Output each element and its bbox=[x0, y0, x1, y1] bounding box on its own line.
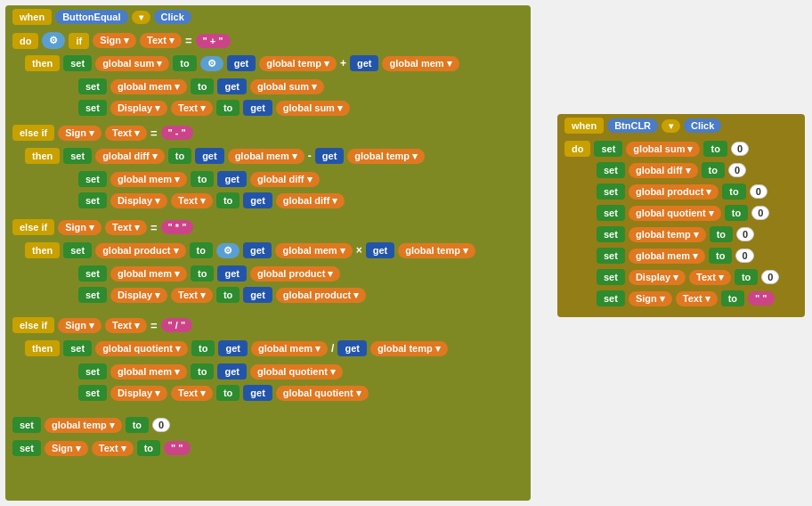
global-product-var-2[interactable]: global product ▾ bbox=[250, 266, 340, 282]
global-sum-var-2[interactable]: global sum ▾ bbox=[250, 79, 324, 94]
global-mem-var-5[interactable]: global mem ▾ bbox=[275, 243, 352, 258]
then-row-12: set Display ▾ Text ▾ to get global quoti… bbox=[78, 385, 369, 401]
click-label-side[interactable]: Click bbox=[684, 118, 721, 133]
sign-var-4[interactable]: Sign ▾ bbox=[58, 318, 102, 333]
get-kw-11: get bbox=[217, 265, 247, 282]
minus-op-1: - bbox=[308, 150, 312, 162]
set-kw-s8: set bbox=[597, 290, 625, 306]
then-row-6: set Display ▾ Text ▾ to get global diff … bbox=[78, 192, 345, 208]
sign-var-2[interactable]: Sign ▾ bbox=[58, 126, 102, 141]
text-prop-s2[interactable]: Text ▾ bbox=[676, 291, 718, 306]
global-quotient-var-2[interactable]: global quotient ▾ bbox=[250, 364, 343, 380]
when-label-side: when bbox=[564, 118, 604, 134]
display-var-3[interactable]: Display ▾ bbox=[110, 288, 167, 303]
global-mem-var-1[interactable]: global mem ▾ bbox=[382, 56, 459, 71]
global-product-var-1[interactable]: global product ▾ bbox=[95, 243, 185, 258]
global-quotient-var-s1[interactable]: global quotient ▾ bbox=[629, 206, 721, 221]
display-var-1[interactable]: Display ▾ bbox=[110, 101, 167, 116]
times-val-1[interactable]: " * " bbox=[161, 220, 194, 234]
global-temp-var-5[interactable]: global temp ▾ bbox=[45, 418, 122, 433]
text-prop-6[interactable]: Text ▾ bbox=[171, 288, 213, 303]
global-diff-var-s1[interactable]: global diff ▾ bbox=[629, 163, 698, 178]
text-prop-2[interactable]: Text ▾ bbox=[171, 101, 213, 116]
global-mem-var-s1[interactable]: global mem ▾ bbox=[629, 249, 705, 264]
to-kw-s6: to bbox=[709, 248, 732, 264]
to-kw-s7: to bbox=[735, 269, 758, 285]
global-mem-var-6[interactable]: global mem ▾ bbox=[110, 266, 187, 282]
eq-3: = bbox=[150, 221, 158, 234]
plus-val-1[interactable]: " + " bbox=[196, 34, 231, 48]
global-mem-var-8[interactable]: global mem ▾ bbox=[110, 364, 187, 380]
text-prop-9[interactable]: Text ▾ bbox=[92, 441, 134, 456]
global-temp-var-s1[interactable]: global temp ▾ bbox=[629, 227, 706, 242]
button-equal-pill[interactable]: ButtonEqual bbox=[55, 10, 127, 24]
sign-var-s1[interactable]: Sign ▾ bbox=[629, 291, 672, 306]
empty-string-val-s[interactable]: " " bbox=[748, 291, 775, 306]
global-mem-var-2[interactable]: global mem ▾ bbox=[110, 79, 187, 94]
sign-var-5[interactable]: Sign ▾ bbox=[45, 441, 88, 456]
event-hat-side: when BtnCLR ▾ Click bbox=[564, 118, 721, 134]
display-var-4[interactable]: Display ▾ bbox=[110, 386, 167, 401]
sign-var-1[interactable]: Sign ▾ bbox=[93, 33, 136, 48]
set-kw-s1: set bbox=[594, 141, 622, 157]
text-prop-3[interactable]: Text ▾ bbox=[105, 126, 147, 141]
else-if-row-2: else if Sign ▾ Text ▾ = " * " bbox=[12, 219, 193, 235]
set-kw-s3: set bbox=[597, 184, 625, 200]
gear-2: ⚙ bbox=[200, 56, 223, 71]
get-kw-7: get bbox=[217, 171, 247, 187]
global-product-var-3[interactable]: global product ▾ bbox=[276, 288, 366, 303]
btn-clr-pill[interactable]: BtnCLR bbox=[607, 118, 658, 133]
gear-icon-block: ⚙ bbox=[42, 32, 65, 49]
set-kw-11: set bbox=[78, 363, 107, 380]
zero-val-s7[interactable]: 0 bbox=[761, 270, 779, 284]
zero-val-1[interactable]: 0 bbox=[152, 418, 170, 432]
divide-val-1[interactable]: " / " bbox=[161, 318, 193, 332]
to-kw-s5: to bbox=[710, 226, 733, 242]
then-row-3: set Display ▾ Text ▾ to get global sum ▾ bbox=[78, 100, 350, 116]
global-product-var-s1[interactable]: global product ▾ bbox=[629, 184, 719, 200]
text-prop-1[interactable]: Text ▾ bbox=[140, 33, 182, 48]
global-mem-var-7[interactable]: global mem ▾ bbox=[251, 341, 328, 356]
global-sum-var-s1[interactable]: global sum ▾ bbox=[626, 142, 700, 157]
zero-val-s3[interactable]: 0 bbox=[750, 184, 767, 199]
then-row-5: set global mem ▾ to get global diff ▾ bbox=[78, 171, 320, 187]
zero-val-s4[interactable]: 0 bbox=[751, 206, 769, 220]
sign-var-3[interactable]: Sign ▾ bbox=[58, 220, 102, 235]
minus-val-1[interactable]: " - " bbox=[161, 126, 193, 140]
zero-val-s6[interactable]: 0 bbox=[735, 249, 753, 263]
set-global-temp-0: set global temp ▾ to 0 bbox=[12, 417, 170, 433]
global-mem-var-4[interactable]: global mem ▾ bbox=[110, 172, 187, 187]
get-kw-4: get bbox=[243, 100, 272, 116]
click-label[interactable]: Click bbox=[154, 10, 191, 24]
get-kw-1: get bbox=[227, 55, 256, 71]
eq-4: = bbox=[150, 319, 158, 332]
display-var-2[interactable]: Display ▾ bbox=[110, 193, 167, 208]
text-prop-s1[interactable]: Text ▾ bbox=[689, 270, 731, 285]
text-prop-8[interactable]: Text ▾ bbox=[171, 386, 213, 401]
global-diff-var-1[interactable]: global diff ▾ bbox=[95, 149, 165, 164]
text-prop-5[interactable]: Text ▾ bbox=[105, 220, 147, 235]
eq-2: = bbox=[150, 126, 158, 140]
zero-val-s1[interactable]: 0 bbox=[731, 142, 749, 156]
global-temp-var-2[interactable]: global temp ▾ bbox=[347, 149, 425, 164]
global-diff-var-3[interactable]: global diff ▾ bbox=[276, 193, 345, 208]
get-kw-12: get bbox=[243, 287, 272, 303]
then-kw-4: then bbox=[25, 340, 60, 356]
empty-string-val[interactable]: " " bbox=[164, 441, 191, 455]
zero-val-s5[interactable]: 0 bbox=[736, 227, 754, 241]
display-var-s1[interactable]: Display ▾ bbox=[629, 270, 686, 285]
global-diff-var-2[interactable]: global diff ▾ bbox=[250, 172, 320, 187]
global-quotient-var-1[interactable]: global quotient ▾ bbox=[95, 341, 188, 356]
global-sum-var-3[interactable]: global sum ▾ bbox=[276, 101, 350, 116]
then-kw-1: then bbox=[25, 55, 60, 71]
global-mem-var-3[interactable]: global mem ▾ bbox=[228, 149, 304, 164]
text-prop-7[interactable]: Text ▾ bbox=[105, 318, 147, 333]
global-quotient-var-3[interactable]: global quotient ▾ bbox=[276, 386, 369, 401]
text-prop-4[interactable]: Text ▾ bbox=[171, 193, 213, 208]
zero-val-s2[interactable]: 0 bbox=[728, 163, 746, 177]
global-temp-var-4[interactable]: global temp ▾ bbox=[370, 341, 448, 356]
set-kw-6: set bbox=[78, 192, 107, 208]
global-sum-var-1[interactable]: global sum ▾ bbox=[95, 56, 169, 71]
global-temp-var-1[interactable]: global temp ▾ bbox=[259, 56, 337, 71]
global-temp-var-3[interactable]: global temp ▾ bbox=[398, 243, 475, 258]
